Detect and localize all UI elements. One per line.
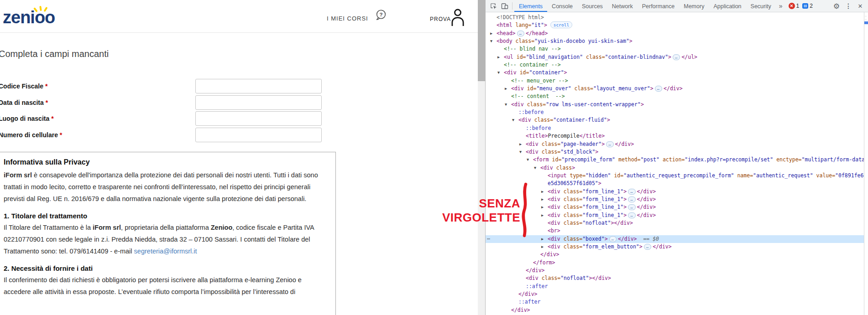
- tab-memory[interactable]: Memory: [679, 0, 709, 12]
- dom-tree-row[interactable]: <!-- content -->: [486, 93, 864, 100]
- dom-tree-row[interactable]: ▼<div class>: [486, 164, 864, 172]
- code-token: class=: [539, 275, 560, 281]
- code-token: "container-fluid": [553, 117, 607, 123]
- dom-tree-row[interactable]: ▼<div class="row lms-user-content-wrappe…: [486, 101, 864, 108]
- dom-tree-row[interactable]: ::after: [486, 298, 864, 306]
- dom-tree-row[interactable]: </div>: [486, 251, 864, 258]
- dom-tree-row[interactable]: ▼<body class="yui-skin-docebo yui-skin-s…: [486, 37, 864, 45]
- expand-arrow-icon[interactable]: ▶: [541, 212, 544, 219]
- inline-expand-icon[interactable]: …: [517, 31, 524, 36]
- dom-tree-row[interactable]: e5d306557f61d05">: [486, 180, 864, 187]
- dom-tree-row[interactable]: ⋯▶<div class="boxed">…</div> == $0: [486, 235, 864, 243]
- dom-tree-row[interactable]: <div class="nofloat"></div>: [486, 274, 864, 282]
- dom-tree-row[interactable]: ▶<div class="form_line_1">…</div>: [486, 196, 864, 203]
- code-token: class=: [531, 117, 553, 123]
- expand-arrow-icon[interactable]: ▶: [541, 235, 544, 243]
- expand-arrow-icon[interactable]: ▶: [490, 30, 492, 37]
- expand-arrow-icon[interactable]: ▼: [512, 116, 514, 124]
- dom-tree-row[interactable]: </div>: [486, 290, 864, 298]
- expand-arrow-icon[interactable]: ▶: [541, 243, 544, 251]
- tab-sources[interactable]: Sources: [577, 0, 607, 12]
- inline-expand-icon[interactable]: …: [628, 212, 635, 218]
- dom-tree-row[interactable]: <!DOCTYPE html>: [486, 14, 864, 21]
- message-badge[interactable]: ▤ 2: [802, 3, 813, 9]
- code-token: ::after: [518, 299, 540, 305]
- tab-elements[interactable]: Elements: [514, 0, 547, 12]
- devtools-panel: ElementsConsoleSourcesNetworkPerformance…: [485, 0, 868, 315]
- dom-tree-row[interactable]: <html lang="it">scroll: [486, 21, 864, 29]
- dom-tree-row[interactable]: ▶<div class="form_line_1">…</div>: [486, 188, 864, 196]
- inspect-icon[interactable]: [488, 0, 499, 11]
- dom-tree-row[interactable]: </div>: [486, 267, 864, 274]
- dom-tree-row[interactable]: ▶<head>…</head>: [486, 30, 864, 37]
- text-input[interactable]: [195, 128, 322, 142]
- dom-tree-row[interactable]: ▼<div class="std_block">: [486, 148, 864, 156]
- tab-console[interactable]: Console: [547, 0, 577, 12]
- more-options-icon[interactable]: ⋮: [843, 0, 854, 11]
- expand-arrow-icon[interactable]: ▼: [497, 69, 500, 77]
- inline-expand-icon[interactable]: …: [628, 196, 635, 202]
- tab-performance[interactable]: Performance: [638, 0, 680, 12]
- page-scrollbar[interactable]: [478, 0, 485, 315]
- nav-link-i-miei-corsi[interactable]: I MIEI CORSI: [327, 15, 368, 22]
- dom-tree-row[interactable]: ▶<div class="form_line_1">…</div>: [486, 203, 864, 211]
- dom-tree-row[interactable]: ▼<div id="container">: [486, 69, 864, 77]
- dom-tree-row[interactable]: <div class="nofloat"></div>: [486, 219, 864, 227]
- email-link[interactable]: segreteria@iformsrl.it: [134, 248, 197, 255]
- scrollbar-thumb[interactable]: [478, 0, 485, 81]
- inline-expand-icon[interactable]: …: [628, 204, 635, 210]
- dom-tree-row[interactable]: </div>: [486, 306, 864, 314]
- dom-tree-row[interactable]: ::before: [486, 124, 864, 132]
- inline-expand-icon[interactable]: …: [644, 244, 651, 250]
- dom-tree-row[interactable]: <!-- container -->: [486, 61, 864, 69]
- zenioo-logo[interactable]: zenioo: [3, 5, 67, 29]
- tab-security[interactable]: Security: [746, 0, 776, 12]
- inline-expand-icon[interactable]: …: [606, 141, 613, 147]
- expand-arrow-icon[interactable]: ▼: [505, 101, 507, 108]
- error-badge[interactable]: ✕ 1: [789, 3, 800, 9]
- dom-tree-row[interactable]: <input type="hidden" id="authentic_reque…: [486, 172, 864, 180]
- text-input[interactable]: [195, 95, 322, 110]
- dom-tree-row[interactable]: ▶<div class="form_elem_button">…</div>: [486, 243, 864, 251]
- dom-tree-row[interactable]: </form>: [486, 259, 864, 267]
- dom-tree-row[interactable]: ▶<div id="menu_over" class="layout_menu_…: [486, 85, 864, 93]
- inline-expand-icon[interactable]: …: [609, 236, 617, 242]
- dom-tree-row[interactable]: <!-- blind nav -->: [486, 45, 864, 53]
- device-toolbar-icon[interactable]: [499, 0, 510, 11]
- inline-expand-icon[interactable]: …: [628, 189, 635, 195]
- settings-gear-icon[interactable]: ⚙: [831, 0, 842, 11]
- inline-expand-icon[interactable]: …: [655, 86, 662, 92]
- expand-arrow-icon[interactable]: ▶: [519, 140, 522, 148]
- expand-arrow-icon[interactable]: ▶: [541, 196, 544, 203]
- dom-tree-row[interactable]: ▶<div class="form_line_1">…</div>: [486, 212, 864, 219]
- dom-tree-row[interactable]: <title>Precompile</title>: [486, 132, 864, 140]
- code-token: >: [629, 38, 633, 44]
- text-input[interactable]: [195, 111, 322, 126]
- dom-tree-row[interactable]: ▼<div class="container-fluid">: [486, 116, 864, 124]
- expand-arrow-icon[interactable]: ▶: [541, 188, 544, 196]
- expand-arrow-icon[interactable]: ▼: [527, 156, 529, 164]
- expand-arrow-icon[interactable]: ▶: [541, 203, 544, 211]
- more-tabs-icon[interactable]: »: [776, 2, 785, 10]
- help-icon[interactable]: ?: [375, 9, 387, 23]
- tab-network[interactable]: Network: [607, 0, 638, 12]
- text-input[interactable]: [195, 79, 322, 93]
- user-name-label[interactable]: PROVA: [430, 16, 451, 22]
- close-devtools-icon[interactable]: ✕: [855, 0, 866, 11]
- user-profile-icon[interactable]: [450, 8, 465, 28]
- expand-arrow-icon[interactable]: ▼: [490, 37, 492, 45]
- expand-arrow-icon[interactable]: ▶: [497, 53, 500, 61]
- dom-tree-row[interactable]: ▶<ul id="blind_navigation" class="contai…: [486, 53, 864, 61]
- expand-arrow-icon[interactable]: ▼: [534, 164, 536, 172]
- dom-tree-row[interactable]: ▶<div class="page-header">…</div>: [486, 140, 864, 148]
- dom-tree-row[interactable]: ▼<form id="precompile_form" method="post…: [486, 156, 864, 164]
- inline-expand-icon[interactable]: …: [673, 54, 680, 60]
- dom-tree-row[interactable]: ::after: [486, 283, 864, 290]
- expand-arrow-icon[interactable]: ▼: [519, 148, 522, 156]
- dom-tree-row[interactable]: ::before: [486, 108, 864, 116]
- dom-tree-row[interactable]: <!-- menu_over -->: [486, 77, 864, 85]
- tab-application[interactable]: Application: [709, 0, 746, 12]
- dom-tree-row[interactable]: <br>: [486, 227, 864, 235]
- row-menu-icon[interactable]: ⋯: [487, 235, 491, 243]
- expand-arrow-icon[interactable]: ▶: [505, 85, 507, 93]
